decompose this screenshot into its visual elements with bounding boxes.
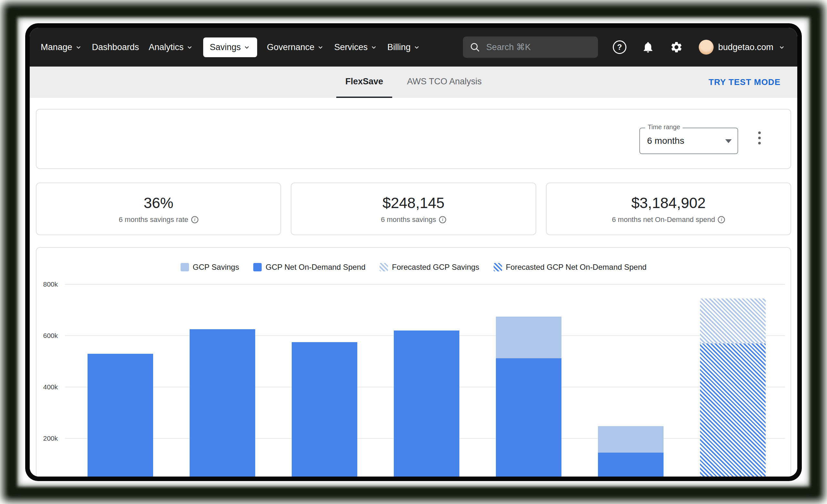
search-input[interactable] xyxy=(486,42,591,53)
tab-flexsave[interactable]: FlexSave xyxy=(336,66,392,98)
account-menu[interactable]: budgetao.com xyxy=(699,40,786,55)
legend-swatch xyxy=(253,263,262,271)
nav-item-savings[interactable]: Savings xyxy=(203,38,257,57)
time-range-value: 6 months xyxy=(640,128,737,153)
bar-segment-gcp-net-on-demand-spend[interactable] xyxy=(496,358,562,476)
nav-item-analytics[interactable]: Analytics xyxy=(149,42,194,52)
legend-swatch xyxy=(494,263,502,271)
legend-label: Forecasted GCP Net On-Demand Spend xyxy=(506,263,647,272)
avatar xyxy=(699,40,714,55)
nav-item-label: Analytics xyxy=(149,42,184,52)
legend-item-gcp-net-on-demand-spend[interactable]: GCP Net On-Demand Spend xyxy=(253,263,366,272)
gridline xyxy=(65,284,785,285)
nav-item-services[interactable]: Services xyxy=(334,42,378,52)
stat-caption: 6 months net On-Demand spend i xyxy=(612,215,725,224)
legend-label: GCP Net On-Demand Spend xyxy=(265,263,366,272)
stat-value: $248,145 xyxy=(383,194,444,212)
kebab-dot xyxy=(758,142,761,144)
y-axis-tick: 200k xyxy=(37,435,58,442)
settings-button[interactable] xyxy=(670,40,683,54)
stats-row: 36% 6 months savings rate i $248,145 6 m… xyxy=(36,183,791,235)
stat-value: $3,184,902 xyxy=(631,194,706,212)
stat-caption: 6 months savings i xyxy=(381,215,446,224)
bar-segment-forecasted-gcp-savings[interactable] xyxy=(700,299,766,343)
filter-card: Time range 6 months xyxy=(36,109,791,169)
nav-item-label: Billing xyxy=(387,42,410,52)
search-icon xyxy=(470,42,480,53)
tab-aws-tco-analysis[interactable]: AWS TCO Analysis xyxy=(398,66,491,98)
more-options-button[interactable] xyxy=(756,130,763,146)
stat-caption-text: 6 months savings rate xyxy=(119,215,188,224)
legend-item-forecasted-gcp-savings[interactable]: Forecasted GCP Savings xyxy=(380,263,479,272)
bar-segment-gcp-savings[interactable] xyxy=(496,317,562,358)
stat-caption-text: 6 months net On-Demand spend xyxy=(612,215,715,224)
nav-item-label: Savings xyxy=(210,42,241,52)
top-nav: ManageDashboardsAnalyticsSavingsGovernan… xyxy=(30,28,797,66)
nav-item-dashboards[interactable]: Dashboards xyxy=(92,42,139,52)
info-icon[interactable]: i xyxy=(718,216,725,223)
chevron-down-icon xyxy=(75,43,82,51)
nav-item-label: Dashboards xyxy=(92,42,139,52)
chevron-down-icon xyxy=(778,43,786,51)
nav-item-label: Services xyxy=(334,42,368,52)
bar-segment-gcp-net-on-demand-spend[interactable] xyxy=(88,354,153,476)
search-box[interactable] xyxy=(463,37,598,58)
legend-label: Forecasted GCP Savings xyxy=(392,263,479,272)
app-window: ManageDashboardsAnalyticsSavingsGovernan… xyxy=(30,28,797,476)
chevron-down-icon xyxy=(370,43,378,51)
tab-list: FlexSaveAWS TCO Analysis xyxy=(336,66,491,98)
time-range-label: Time range xyxy=(645,123,683,131)
notifications-button[interactable] xyxy=(641,40,655,54)
kebab-dot xyxy=(758,137,761,139)
y-axis-tick: 800k xyxy=(37,281,58,288)
bar-segment-gcp-net-on-demand-spend[interactable] xyxy=(598,453,664,476)
chevron-down-icon xyxy=(243,43,251,51)
nav-icon-group: ? xyxy=(613,40,683,54)
kebab-dot xyxy=(758,132,761,134)
stat-card-net-on-demand-spend: $3,184,902 6 months net On-Demand spend … xyxy=(546,183,791,235)
nav-item-manage[interactable]: Manage xyxy=(41,42,82,52)
bar-segment-gcp-savings[interactable] xyxy=(598,426,664,453)
nav-item-governance[interactable]: Governance xyxy=(267,42,324,52)
chevron-down-icon xyxy=(413,43,421,51)
main-content: Time range 6 months 36% 6 months savings… xyxy=(30,98,797,476)
nav-items: ManageDashboardsAnalyticsSavingsGovernan… xyxy=(41,38,421,57)
stat-caption-text: 6 months savings xyxy=(381,215,436,224)
legend-item-forecasted-gcp-net-on-demand-spend[interactable]: Forecasted GCP Net On-Demand Spend xyxy=(494,263,647,272)
legend-item-gcp-savings[interactable]: GCP Savings xyxy=(181,263,239,272)
bar-segment-gcp-net-on-demand-spend[interactable] xyxy=(292,342,357,476)
time-range-select[interactable]: Time range 6 months xyxy=(639,128,738,154)
window-frame: ManageDashboardsAnalyticsSavingsGovernan… xyxy=(25,23,802,481)
legend-swatch xyxy=(181,263,189,271)
info-icon[interactable]: i xyxy=(439,216,446,223)
chart-legend: GCP SavingsGCP Net On-Demand SpendForeca… xyxy=(37,263,790,272)
stat-value: 36% xyxy=(144,194,174,212)
nav-item-label: Governance xyxy=(267,42,314,52)
tab-bar: FlexSaveAWS TCO Analysis TRY TEST MODE xyxy=(30,66,797,98)
info-icon[interactable]: i xyxy=(191,216,198,223)
help-icon: ? xyxy=(613,40,626,54)
bell-icon xyxy=(642,41,654,54)
chart-plot: GCP SavingsGCP Net On-Demand SpendForeca… xyxy=(36,247,791,476)
bar-segment-forecasted-gcp-net-on-demand-spend[interactable] xyxy=(700,343,766,476)
dropdown-caret-icon xyxy=(725,139,732,143)
y-axis-tick: 600k xyxy=(37,332,58,340)
stat-card-savings-rate: 36% 6 months savings rate i xyxy=(36,183,281,235)
stat-card-savings: $248,145 6 months savings i xyxy=(291,183,536,235)
try-test-mode-button[interactable]: TRY TEST MODE xyxy=(709,66,780,98)
legend-swatch xyxy=(380,263,388,271)
bar-segment-gcp-net-on-demand-spend[interactable] xyxy=(190,329,255,476)
help-button[interactable]: ? xyxy=(613,40,626,54)
nav-item-label: Manage xyxy=(41,42,72,52)
nav-item-billing[interactable]: Billing xyxy=(387,42,421,52)
legend-label: GCP Savings xyxy=(193,263,239,272)
stat-caption: 6 months savings rate i xyxy=(119,215,198,224)
bar-segment-gcp-net-on-demand-spend[interactable] xyxy=(394,331,459,476)
gear-icon xyxy=(670,41,683,54)
chevron-down-icon xyxy=(317,43,324,51)
account-name: budgetao.com xyxy=(718,42,773,52)
chevron-down-icon xyxy=(186,43,194,51)
y-axis-tick: 400k xyxy=(37,383,58,391)
